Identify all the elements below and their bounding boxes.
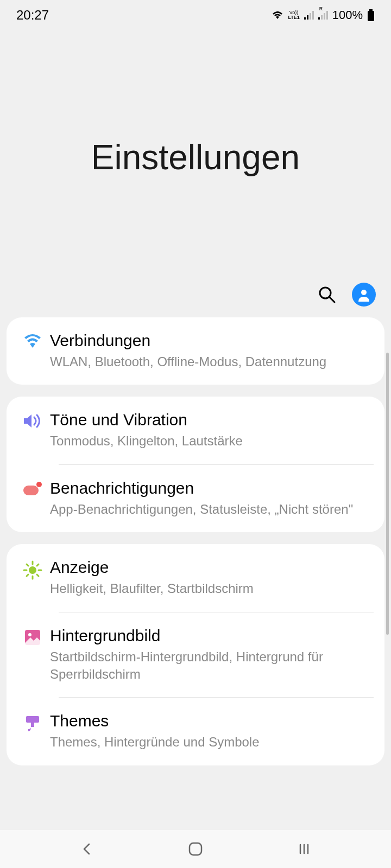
sun-icon: [15, 558, 50, 580]
svg-rect-2: [310, 13, 311, 20]
settings-item-sounds[interactable]: Töne und Vibration Tonmodus, Klingelton,…: [7, 397, 384, 464]
search-icon: [318, 285, 336, 304]
battery-icon: [367, 9, 375, 21]
status-bar: 20:27 Vo)) LTE1 R 100%: [0, 0, 391, 30]
svg-line-23: [37, 564, 39, 566]
item-title: Verbindungen: [50, 331, 374, 350]
item-title: Töne und Vibration: [50, 411, 374, 429]
svg-rect-0: [304, 17, 306, 20]
item-title: Benachrichtigungen: [50, 479, 374, 497]
svg-point-14: [36, 482, 42, 487]
wifi-icon: [15, 331, 50, 349]
item-title: Themes: [50, 712, 374, 730]
item-subtitle: WLAN, Bluetooth, Offline-Modus, Datennut…: [50, 353, 374, 371]
chevron-left-icon: [80, 842, 94, 856]
item-subtitle: Startbildschirm-Hintergrundbild, Hinterg…: [50, 648, 374, 684]
notification-icon: [15, 479, 50, 496]
item-subtitle: Themes, Hintergründe und Symbole: [50, 733, 374, 751]
svg-rect-13: [23, 486, 39, 495]
settings-item-display[interactable]: Anzeige Helligkeit, Blaufilter, Startbil…: [7, 544, 384, 611]
page-title: Einstellungen: [91, 137, 300, 177]
brush-icon: [15, 712, 50, 732]
bars-icon: [297, 842, 311, 856]
status-time: 20:27: [16, 8, 49, 23]
svg-rect-9: [368, 11, 374, 21]
status-right: Vo)) LTE1 R 100%: [272, 8, 375, 22]
svg-rect-7: [326, 11, 328, 20]
scrollbar[interactable]: [386, 353, 389, 635]
item-subtitle: Helligkeit, Blaufilter, Startbildschirm: [50, 580, 374, 597]
navigation-bar: [0, 830, 391, 868]
volte-indicator: Vo)) LTE1: [288, 10, 299, 20]
svg-rect-5: [321, 15, 323, 20]
svg-rect-27: [31, 723, 34, 727]
svg-rect-26: [26, 716, 39, 723]
profile-avatar-icon: [352, 283, 376, 307]
nav-back-button[interactable]: [65, 838, 109, 860]
svg-line-11: [330, 297, 335, 302]
svg-line-22: [27, 575, 28, 576]
svg-rect-28: [190, 843, 201, 855]
settings-item-connections[interactable]: Verbindungen WLAN, Bluetooth, Offline-Mo…: [7, 317, 384, 385]
volume-icon: [15, 411, 50, 429]
svg-point-15: [29, 566, 36, 574]
settings-group: Verbindungen WLAN, Bluetooth, Offline-Mo…: [7, 317, 384, 385]
svg-rect-1: [307, 15, 308, 20]
svg-rect-8: [369, 9, 373, 11]
settings-group: Töne und Vibration Tonmodus, Klingelton,…: [7, 397, 384, 532]
settings-item-themes[interactable]: Themes Themes, Hintergründe und Symbole: [7, 698, 384, 765]
settings-item-wallpaper[interactable]: Hintergrundbild Startbildschirm-Hintergr…: [7, 612, 384, 698]
item-subtitle: App-Benachrichtigungen, Statusleiste, „N…: [50, 501, 374, 518]
svg-rect-6: [324, 13, 325, 20]
nav-recents-button[interactable]: [282, 838, 326, 860]
battery-percent: 100%: [332, 8, 363, 22]
svg-point-25: [28, 633, 31, 636]
image-icon: [15, 627, 50, 646]
hero-actions: [315, 283, 376, 307]
item-title: Hintergrundbild: [50, 627, 374, 645]
settings-group: Anzeige Helligkeit, Blaufilter, Startbil…: [7, 544, 384, 765]
settings-list: Verbindungen WLAN, Bluetooth, Offline-Mo…: [0, 317, 391, 765]
signal-1-icon: [304, 11, 314, 20]
svg-line-20: [27, 564, 28, 566]
search-button[interactable]: [315, 283, 339, 307]
profile-button[interactable]: [352, 283, 376, 307]
item-subtitle: Tonmodus, Klingelton, Lautstärke: [50, 432, 374, 450]
signal-2-icon: R: [318, 11, 328, 20]
square-icon: [188, 841, 203, 857]
hero-area: Einstellungen: [0, 30, 391, 317]
settings-item-notifications[interactable]: Benachrichtigungen App-Benachrichtigunge…: [7, 465, 384, 532]
svg-rect-3: [312, 11, 314, 20]
svg-rect-4: [318, 17, 320, 20]
wifi-status-icon: [272, 10, 283, 20]
item-title: Anzeige: [50, 558, 374, 577]
svg-line-21: [37, 575, 39, 576]
svg-point-12: [361, 290, 367, 295]
nav-home-button[interactable]: [174, 838, 217, 860]
